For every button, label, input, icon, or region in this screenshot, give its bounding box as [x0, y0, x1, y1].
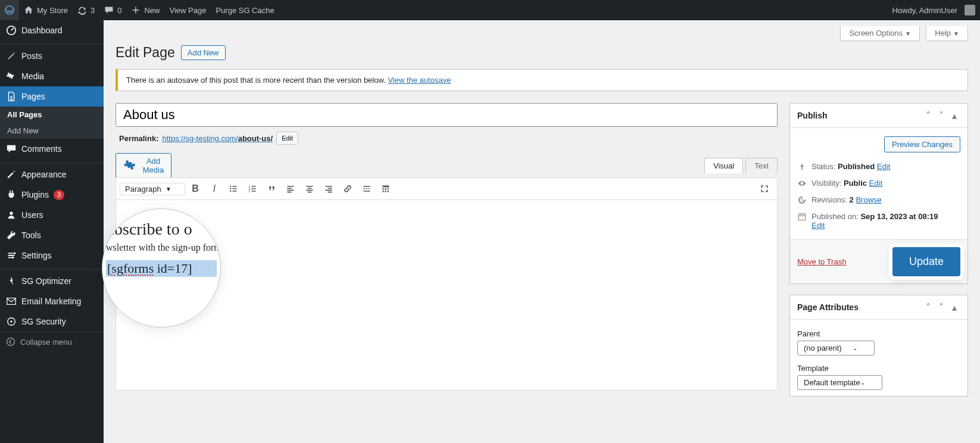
add-media-button[interactable]: Add Media	[116, 153, 171, 178]
svg-point-8	[230, 186, 231, 187]
svg-point-10	[230, 191, 231, 192]
svg-rect-19	[385, 191, 386, 192]
edit-status-link[interactable]: Edit	[877, 162, 890, 171]
menu-appearance[interactable]: Appearance	[0, 164, 104, 185]
publish-box: Publish ˄ ˅ ▴ Preview Changes Status: Pu…	[789, 103, 968, 284]
admin-sidebar: Dashboard Posts Media Pages All Pages Ad…	[0, 20, 104, 419]
menu-tools[interactable]: Tools	[0, 225, 104, 245]
bullet-list-button[interactable]	[224, 180, 242, 198]
view-page-link[interactable]: View Page	[165, 0, 211, 20]
bold-button[interactable]: B	[186, 180, 204, 198]
align-center-button[interactable]	[301, 180, 319, 198]
chevron-down-icon: ⌄	[860, 379, 865, 386]
italic-button[interactable]: I	[205, 180, 223, 198]
text-tab[interactable]: Text	[745, 158, 778, 173]
menu-plugins[interactable]: Plugins 3	[0, 185, 104, 205]
svg-point-3	[14, 252, 16, 255]
calendar-icon	[797, 212, 807, 222]
comments-count: 0	[117, 6, 121, 15]
visual-tab[interactable]: Visual	[704, 158, 743, 173]
help-tab[interactable]: Help▼	[926, 26, 968, 41]
new-label: New	[144, 6, 160, 15]
move-down-icon[interactable]: ˅	[935, 110, 947, 121]
submenu-pages: All Pages Add New	[0, 107, 104, 139]
permalink-link[interactable]: https://sg-testing.com/about-us/	[162, 134, 273, 143]
numbered-list-button[interactable]: 123	[244, 180, 261, 198]
site-name-link[interactable]: My Store	[19, 0, 73, 20]
autosave-notice: There is an autosave of this post that i…	[116, 69, 968, 91]
page-attributes-box: Page Attributes ˄ ˅ ▴ Parent (no parent)…	[789, 295, 968, 397]
template-select[interactable]: Default template⌄	[797, 375, 882, 390]
page-title: Edit Page	[116, 45, 175, 61]
browse-revisions-link[interactable]: Browse	[856, 195, 881, 204]
svg-rect-20	[387, 191, 388, 192]
permalink-label: Permalink:	[119, 134, 158, 143]
svg-point-2	[10, 212, 13, 215]
purge-cache-link[interactable]: Purge SG Cache	[211, 0, 279, 20]
svg-point-7	[7, 338, 15, 346]
menu-email-marketing[interactable]: Email Marketing	[0, 291, 104, 311]
format-select[interactable]: Paragraph▼	[120, 183, 185, 195]
svg-point-9	[230, 188, 231, 189]
svg-rect-15	[382, 188, 383, 189]
submenu-all-pages[interactable]: All Pages	[0, 107, 104, 123]
submenu-add-new[interactable]: Add New	[0, 123, 104, 139]
blockquote-button[interactable]	[263, 180, 280, 198]
menu-dashboard[interactable]: Dashboard	[0, 20, 104, 40]
updates-link[interactable]: 3	[73, 0, 99, 20]
chevron-down-icon: ▼	[166, 186, 171, 192]
wp-logo[interactable]	[0, 0, 19, 20]
edit-date-link[interactable]: Edit	[812, 221, 825, 230]
parent-select[interactable]: (no parent)⌄	[797, 341, 875, 355]
svg-point-4	[12, 257, 14, 259]
move-down-icon[interactable]: ˅	[935, 301, 947, 313]
menu-users[interactable]: Users	[0, 205, 104, 225]
view-autosave-link[interactable]: View the autosave	[388, 76, 451, 85]
update-button[interactable]: Update	[892, 247, 960, 276]
menu-media[interactable]: Media	[0, 66, 104, 86]
editor-toolbar: Paragraph▼ B I 123	[116, 177, 778, 200]
post-title-input[interactable]	[116, 103, 778, 127]
main-content: Screen Options▼ Help▼ Edit Page Add New …	[104, 20, 980, 419]
collapse-menu[interactable]: Collapse menu	[0, 332, 104, 351]
menu-sg-security[interactable]: SG Security	[0, 311, 104, 332]
align-right-button[interactable]	[320, 180, 338, 198]
menu-comments[interactable]: Comments	[0, 139, 104, 159]
edit-visibility-link[interactable]: Edit	[869, 179, 882, 188]
move-up-icon[interactable]: ˄	[922, 110, 934, 121]
my-account-link[interactable]: Howdy, AdminUser	[887, 0, 980, 20]
move-to-trash-link[interactable]: Move to Trash	[797, 257, 846, 266]
revisions-icon	[797, 195, 807, 205]
new-content-link[interactable]: New	[126, 0, 164, 20]
add-new-button[interactable]: Add New	[181, 45, 226, 60]
svg-point-6	[10, 320, 13, 323]
screen-options-tab[interactable]: Screen Options▼	[840, 26, 920, 41]
notice-text: There is an autosave of this post that i…	[126, 76, 386, 85]
menu-posts[interactable]: Posts	[0, 46, 104, 66]
align-left-button[interactable]	[282, 180, 299, 198]
comments-link[interactable]: 0	[99, 0, 126, 20]
menu-sg-optimizer[interactable]: SG Optimizer	[0, 271, 104, 291]
editor-content[interactable]: ubscribe to o wsletter with the sign-up …	[116, 200, 778, 391]
toolbar-toggle-button[interactable]	[377, 180, 395, 198]
updates-count: 3	[90, 6, 95, 15]
toggle-panel-icon[interactable]: ▴	[948, 301, 960, 313]
howdy-text: Howdy, AdminUser	[892, 6, 957, 15]
svg-rect-17	[387, 188, 388, 189]
link-button[interactable]	[339, 180, 357, 198]
menu-settings[interactable]: Settings	[0, 245, 104, 266]
preview-changes-button[interactable]: Preview Changes	[884, 136, 960, 152]
edit-slug-button[interactable]: Edit	[276, 132, 298, 145]
admin-toolbar: My Store 3 0 New View Page Purge SG Cach…	[0, 0, 980, 20]
magnifier-overlay: ubscribe to o wsletter with the sign-up …	[102, 208, 221, 327]
plugins-badge: 3	[54, 190, 64, 200]
toggle-panel-icon[interactable]: ▴	[948, 110, 960, 121]
fullscreen-button[interactable]	[756, 180, 773, 198]
svg-rect-16	[385, 188, 386, 189]
menu-pages[interactable]: Pages	[0, 86, 104, 107]
svg-rect-18	[382, 191, 383, 192]
readmore-button[interactable]	[358, 180, 376, 198]
template-label: Template	[797, 364, 960, 373]
svg-text:3: 3	[249, 190, 251, 193]
move-up-icon[interactable]: ˄	[922, 301, 934, 313]
